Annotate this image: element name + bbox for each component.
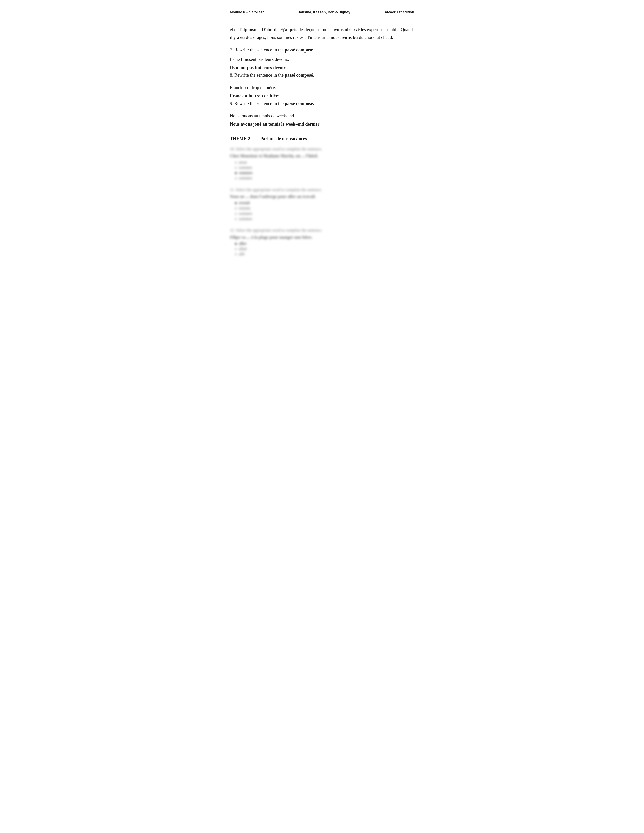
q12-option-2: allait bbox=[235, 247, 414, 251]
header-edition-text: 1st edition bbox=[396, 10, 414, 14]
q12-sentence: Filipe va ... à la plage pour manger une… bbox=[230, 235, 414, 240]
q12-option-1: aller bbox=[235, 241, 414, 246]
q10-option-4: sommes bbox=[235, 176, 414, 180]
q11-option-4: sommes bbox=[235, 217, 414, 221]
q11-radio-1 bbox=[235, 202, 237, 204]
theme-2-title: Parlons de nos vacances bbox=[260, 136, 307, 142]
bold-a-eu: a eu bbox=[237, 35, 245, 40]
q10-radio-2 bbox=[235, 167, 237, 169]
question-7-answer: Ils n'ont pas fini leurs devoirs bbox=[230, 64, 414, 71]
page: Module 6 – Self-Test Jansma, Kassen, Den… bbox=[215, 0, 429, 279]
question-9-label: 9. Rewrite the sentence in the passé com… bbox=[230, 100, 414, 108]
q12-option-3: allé bbox=[235, 252, 414, 256]
question-12-blurred: 12. Select the appropriate word to compl… bbox=[230, 228, 414, 256]
q10-option-1: atout bbox=[235, 160, 414, 165]
theme-2-label: THÈME 2 bbox=[230, 136, 250, 142]
q10-radio-3 bbox=[235, 172, 237, 174]
q7-passé-composé: passé composé bbox=[285, 47, 313, 53]
q11-radio-4 bbox=[235, 218, 237, 220]
q10-sentence: Chez Monsieur et Madame Martin, on ... l… bbox=[230, 153, 414, 159]
q11-label: 11. Select the appropriate word to compl… bbox=[230, 188, 414, 192]
question-11-blurred: 11. Select the appropriate word to compl… bbox=[230, 188, 414, 221]
bold-ai-pris: ai pris bbox=[285, 27, 298, 32]
page-header: Module 6 – Self-Test Jansma, Kassen, Den… bbox=[230, 10, 414, 14]
question-9-block: Nous jouons au tennis ce week-end. Nous … bbox=[230, 112, 414, 128]
theme-2-header: THÈME 2 Parlons de nos vacances bbox=[230, 136, 414, 142]
q8-passé-composé: passé composé. bbox=[285, 73, 314, 78]
question-10-blurred: 10. Select the appropriate word to compl… bbox=[230, 147, 414, 180]
q10-radio-4 bbox=[235, 177, 237, 180]
question-8-answer: Franck a bu trop de bière bbox=[230, 92, 414, 100]
main-content: et de l'alpinisme. D'abord, je/j'ai pris… bbox=[230, 23, 414, 256]
bold-avons-observe: avons observé bbox=[333, 27, 360, 32]
q12-label: 12. Select the appropriate word to compl… bbox=[230, 228, 414, 233]
question-7-original: Ils ne finissent pas leurs devoirs. bbox=[230, 56, 414, 63]
header-module: Module 6 – Self-Test bbox=[230, 10, 264, 14]
q11-radio-2 bbox=[235, 207, 237, 209]
q10-option-2: sommes bbox=[235, 165, 414, 170]
q11-radio-3 bbox=[235, 213, 237, 215]
q11-option-2: restons bbox=[235, 206, 414, 211]
question-8-original: Franck boit trop de bière. bbox=[230, 84, 414, 92]
q12-radio-2 bbox=[235, 248, 237, 250]
q11-sentence: Nous ne ... dans l'auberge pour aller au… bbox=[230, 194, 414, 199]
q10-radio-1 bbox=[235, 162, 237, 164]
question-9-original: Nous jouons au tennis ce week-end. bbox=[230, 112, 414, 120]
intro-paragraph: et de l'alpinisme. D'abord, je/j'ai pris… bbox=[230, 26, 414, 41]
q9-passé-composé: passé composé. bbox=[285, 101, 314, 106]
q12-radio-1 bbox=[235, 243, 237, 245]
question-8-block: Franck boit trop de bière. Franck a bu t… bbox=[230, 84, 414, 108]
header-authors: Jansma, Kassen, Denie-Higney bbox=[298, 10, 350, 14]
q11-option-3: sommes bbox=[235, 211, 414, 216]
q12-radio-3 bbox=[235, 253, 237, 256]
question-7-label: 7. Rewrite the sentence in the passé com… bbox=[230, 46, 414, 54]
header-edition-italic: Atelier bbox=[385, 10, 396, 14]
q10-label: 10. Select the appropriate word to compl… bbox=[230, 147, 414, 151]
bold-avons-bu: avons bu bbox=[340, 35, 358, 40]
q10-option-3: sommes bbox=[235, 170, 414, 175]
question-9-answer: Nous avons joué au tennis le week-end de… bbox=[230, 121, 414, 128]
question-7-block: 7. Rewrite the sentence in the passé com… bbox=[230, 46, 414, 79]
q11-option-1: restait bbox=[235, 201, 414, 205]
header-edition: Atelier 1st edition bbox=[385, 10, 414, 14]
question-8-label: 8. Rewrite the sentence in the passé com… bbox=[230, 71, 414, 79]
